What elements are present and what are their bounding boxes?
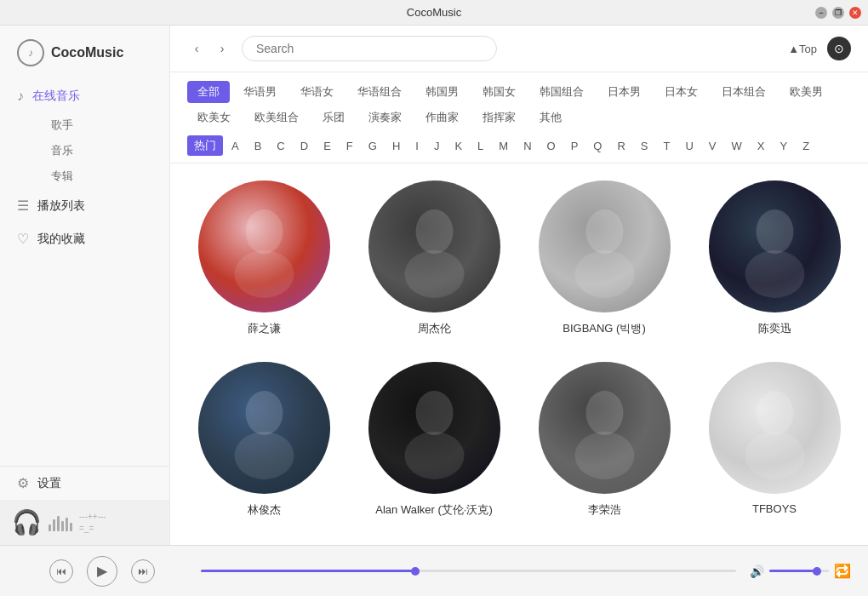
artist-card-xue-zhiqian[interactable]: 薛之谦 xyxy=(187,181,340,336)
filter-btn-composer[interactable]: 作曲家 xyxy=(415,106,469,129)
prev-button[interactable]: ⏮ xyxy=(49,559,73,583)
alpha-btn-b[interactable]: B xyxy=(248,137,269,155)
alpha-btn-t[interactable]: T xyxy=(657,137,677,155)
alpha-btn-a[interactable]: A xyxy=(225,137,246,155)
search-input[interactable] xyxy=(242,36,497,61)
alpha-btn-x[interactable]: X xyxy=(751,137,772,155)
alpha-btn-g[interactable]: G xyxy=(362,137,384,155)
sidebar-sub-item-singer[interactable]: 歌手 xyxy=(43,112,169,138)
progress-thumb xyxy=(411,567,420,576)
filter-btn-europe-male[interactable]: 欧美男 xyxy=(779,81,833,103)
alpha-btn-u[interactable]: U xyxy=(678,137,700,155)
artist-avatar-alan-walker xyxy=(368,362,500,494)
play-button[interactable]: ▶ xyxy=(87,556,117,587)
sidebar-item-favorites[interactable]: ♡ 我的收藏 xyxy=(0,222,169,255)
alpha-btn-s[interactable]: S xyxy=(634,137,655,155)
restore-button[interactable]: ❐ xyxy=(832,7,844,19)
sidebar-player-text: ---++--- =_= xyxy=(79,511,106,535)
filter-btn-japanese-male[interactable]: 日本男 xyxy=(597,81,651,103)
artist-avatar-bigbang xyxy=(539,181,671,312)
sidebar-item-online-music-label: 在线音乐 xyxy=(32,89,80,104)
alpha-btn-e[interactable]: E xyxy=(317,137,338,155)
github-icon[interactable]: ⊙ xyxy=(827,37,851,60)
alpha-btn-i[interactable]: I xyxy=(408,137,425,155)
alpha-btn-d[interactable]: D xyxy=(294,137,315,155)
filter-btn-europe-female[interactable]: 欧美女 xyxy=(187,106,241,129)
filter-btn-other[interactable]: 其他 xyxy=(529,106,572,129)
artist-card-li-ronghao[interactable]: 李荣浩 xyxy=(528,362,681,518)
sidebar-settings[interactable]: ⚙ 设置 xyxy=(0,466,169,500)
filter-btn-band[interactable]: 乐团 xyxy=(312,106,355,129)
title-bar: CocoMusic − ❐ ✕ xyxy=(0,0,868,26)
artist-card-alan-walker[interactable]: Alan Walker (艾伦·沃克) xyxy=(357,362,511,518)
sidebar-waveform xyxy=(49,514,72,531)
alpha-btn-f[interactable]: F xyxy=(340,137,360,155)
alpha-btn-c[interactable]: C xyxy=(270,137,291,155)
alpha-btn-r[interactable]: R xyxy=(610,137,631,155)
artist-card-jay-chou[interactable]: 周杰伦 xyxy=(357,181,511,336)
alpha-btn-l[interactable]: L xyxy=(471,137,490,155)
filter-btn-chinese-male[interactable]: 华语男 xyxy=(233,81,287,103)
filter-btn-korean-group[interactable]: 韩国组合 xyxy=(529,81,594,103)
filter-btn-korean-female[interactable]: 韩国女 xyxy=(472,81,526,103)
alpha-btn-h[interactable]: H xyxy=(385,137,407,155)
filter-btn-conductor[interactable]: 指挥家 xyxy=(472,106,526,129)
minimize-button[interactable]: − xyxy=(815,7,827,19)
artist-card-chen-yixun[interactable]: 陈奕迅 xyxy=(698,181,851,336)
filter-btn-chinese-female[interactable]: 华语女 xyxy=(290,81,344,103)
filter-btn-japanese-group[interactable]: 日本组合 xyxy=(711,81,776,103)
nav-back-button[interactable]: ‹ xyxy=(187,39,206,58)
alpha-btn-w[interactable]: W xyxy=(725,137,749,155)
bottom-player: ⏮ ▶ ⏭ 🔊 🔁 xyxy=(0,545,868,596)
filter-btn-europe-group[interactable]: 欧美组合 xyxy=(244,106,309,129)
alpha-btn-o[interactable]: O xyxy=(540,137,562,155)
artist-card-lin-junjie[interactable]: 林俊杰 xyxy=(187,362,340,518)
svg-point-10 xyxy=(415,391,453,435)
artist-name-li-ronghao: 李荣浩 xyxy=(588,502,621,518)
alpha-btn-n[interactable]: N xyxy=(517,137,538,155)
sidebar-item-playlist[interactable]: ☰ 播放列表 xyxy=(0,189,169,222)
artist-name-tfboys: TFBOYS xyxy=(752,502,797,515)
alpha-btn-m[interactable]: M xyxy=(492,137,515,155)
alpha-btn-v[interactable]: V xyxy=(702,137,723,155)
progress-section[interactable] xyxy=(201,570,736,572)
progress-fill xyxy=(201,570,415,572)
filter-btn-all[interactable]: 全部 xyxy=(187,81,230,103)
sidebar-sub-item-album[interactable]: 专辑 xyxy=(43,163,169,189)
progress-bar[interactable] xyxy=(201,570,736,572)
alpha-btn-z[interactable]: Z xyxy=(796,137,816,155)
wave-bar-5 xyxy=(66,518,68,531)
repeat-button[interactable]: 🔁 xyxy=(834,563,851,579)
artist-avatar-tfboys xyxy=(709,362,841,494)
sidebar-item-online-music[interactable]: ♪ 在线音乐 xyxy=(0,80,169,112)
filter-btn-korean-male[interactable]: 韩国男 xyxy=(415,81,469,103)
nav-forward-button[interactable]: › xyxy=(213,39,231,58)
window-controls: − ❐ ✕ xyxy=(815,7,861,19)
alpha-btn-q[interactable]: Q xyxy=(586,137,608,155)
next-button[interactable]: ⏭ xyxy=(131,559,155,583)
alpha-btn-y[interactable]: Y xyxy=(773,137,794,155)
alpha-btn-j[interactable]: J xyxy=(427,137,447,155)
filter-section: 全部华语男华语女华语组合韩国男韩国女韩国组合日本男日本女日本组合欧美男欧美女欧美… xyxy=(170,72,868,163)
alpha-btn-hot[interactable]: 热门 xyxy=(187,135,223,156)
svg-point-6 xyxy=(756,209,793,254)
volume-bar[interactable] xyxy=(769,570,829,572)
header-right: ▲Top ⊙ xyxy=(788,37,851,60)
sidebar-player-line1: ---++--- xyxy=(79,511,106,523)
svg-point-8 xyxy=(245,391,283,435)
filter-btn-chinese-group[interactable]: 华语组合 xyxy=(347,81,412,103)
filter-btn-performer[interactable]: 演奏家 xyxy=(358,106,412,129)
sidebar-sub-item-music[interactable]: 音乐 xyxy=(43,138,169,163)
volume-icon[interactable]: 🔊 xyxy=(750,564,764,578)
svg-point-3 xyxy=(404,250,464,298)
artist-card-bigbang[interactable]: BIGBANG (빅뱅) xyxy=(528,181,681,336)
volume-section: 🔊 🔁 xyxy=(750,563,851,579)
top-button[interactable]: ▲Top xyxy=(788,43,817,55)
filter-btn-japanese-female[interactable]: 日本女 xyxy=(654,81,708,103)
artist-avatar-lin-junjie xyxy=(198,362,330,494)
artist-card-tfboys[interactable]: TFBOYS xyxy=(698,362,851,518)
close-button[interactable]: ✕ xyxy=(849,7,861,19)
alpha-filter-row: 热门ABCDEFGHIJKLMNOPQRSTUVWXYZ xyxy=(187,135,851,163)
alpha-btn-p[interactable]: P xyxy=(564,137,585,155)
alpha-btn-k[interactable]: K xyxy=(448,137,469,155)
